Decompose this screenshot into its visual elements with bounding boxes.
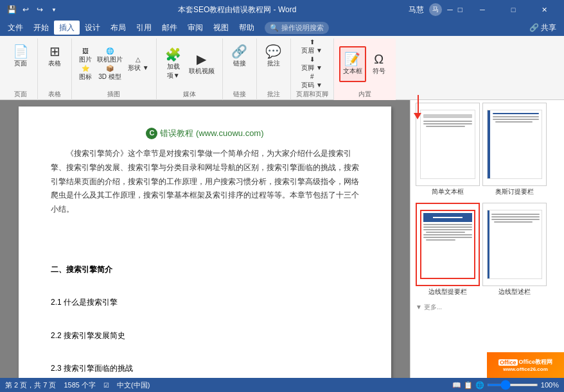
text-frame-button[interactable]: 📝 文本框 — [339, 46, 366, 82]
illustration-buttons: 🖼 图片 ⭐ 图标 🌐 联机图片 📦 3D 模型 — [77, 38, 151, 90]
office-badge-line1: Office教程网 — [519, 358, 553, 366]
online-picture-label: 联机图片 — [97, 55, 123, 64]
sidebar-item-border-summary[interactable]: 边线型提要栏 — [416, 203, 480, 298]
undo-icon[interactable]: ↩ — [19, 3, 32, 16]
layout-icon: 📋 — [464, 381, 473, 389]
border-summary-thumb[interactable] — [416, 203, 480, 286]
menu-review[interactable]: 审阅 — [182, 21, 208, 35]
save-icon[interactable]: 💾 — [5, 3, 18, 16]
office-badge: Office Office教程网 www.office26.com — [487, 352, 564, 378]
office-badge-content: Office Office教程网 www.office26.com — [498, 358, 552, 372]
page-icon: 📄 — [13, 45, 29, 58]
menu-help[interactable]: 帮助 — [234, 21, 260, 35]
menu-insert[interactable]: 插入 — [54, 21, 80, 35]
border-description-thumb[interactable] — [482, 203, 547, 286]
ribbon-group-illustration: 🖼 图片 ⭐ 图标 🌐 联机图片 📦 3D 模型 — [72, 38, 157, 100]
link-group-label: 链接 — [233, 90, 246, 100]
minimize-button[interactable]: ─ — [468, 0, 497, 19]
header-button[interactable]: ⬆ 页眉 ▼ — [299, 38, 324, 55]
footer-button[interactable]: ⬇ 页脚 ▼ — [299, 56, 324, 72]
menu-references[interactable]: 引用 — [131, 21, 157, 35]
ribbon-expand-icon[interactable]: □ — [458, 5, 463, 14]
word-count: 1585 个字 — [64, 380, 96, 390]
austin-summary-thumb[interactable] — [482, 103, 547, 186]
menu-layout[interactable]: 布局 — [105, 21, 131, 35]
paragraph-space6 — [51, 345, 359, 359]
search-label: 操作说明搜索 — [281, 23, 324, 33]
text-frame-label: 文本框 — [343, 67, 362, 76]
picture-button[interactable]: 🖼 图片 — [77, 47, 94, 64]
menu-home[interactable]: 开始 — [28, 21, 54, 35]
view-controls: 📖 📋 🌐 100% — [452, 381, 559, 389]
picture-label: 图片 — [79, 55, 92, 64]
comment-group-label: 批注 — [267, 90, 280, 100]
online-video-icon: ▶ — [197, 53, 206, 65]
icon-icon: ⭐ — [82, 65, 89, 72]
paragraph-space3 — [51, 244, 359, 259]
shapes-label: 形状 ▼ — [128, 64, 149, 72]
comment-button[interactable]: 💬 批注 — [262, 38, 285, 74]
border-description-label: 边线型述栏 — [482, 286, 547, 298]
builtin-group-label: 内置 — [358, 90, 371, 100]
menu-bar: 文件 开始 插入 设计 布局 引用 邮件 审阅 视图 帮助 🔍 操作说明搜索 🔗… — [0, 19, 564, 36]
customize-qat-icon[interactable]: ▼ — [48, 3, 60, 16]
office-badge-line2: www.office26.com — [503, 366, 548, 372]
simple-text-frame-thumb[interactable] — [416, 103, 480, 186]
symbol-button[interactable]: Ω 符号 — [367, 46, 391, 82]
symbol-label: 符号 — [373, 67, 385, 76]
ribbon-minimize-icon[interactable]: ─ — [447, 5, 453, 14]
user-avatar: 马 — [429, 3, 442, 16]
office-badge-title: Office Office教程网 — [498, 358, 552, 366]
online-video-button[interactable]: ▶ 联机视频 — [186, 46, 217, 82]
sidebar-item-austin-summary[interactable]: 奥斯订提要栏 — [482, 103, 547, 198]
sidebar-row-2: 边线型提要栏 边线型述栏 — [410, 200, 564, 300]
close-button[interactable]: ✕ — [529, 0, 559, 19]
border-description-image — [487, 210, 542, 279]
header-col: ⬆ 页眉 ▼ ⬇ 页脚 ▼ # 页码 ▼ — [299, 38, 324, 90]
ribbon-group-comment: 💬 批注 批注 — [257, 38, 291, 100]
window-controls: ─ □ ✕ — [468, 0, 559, 19]
icon-button[interactable]: ⭐ 图标 — [77, 65, 94, 81]
search-box[interactable]: 🔍 操作说明搜索 — [265, 22, 329, 34]
media-buttons: 🧩 加载项▼ ▶ 联机视频 — [162, 38, 217, 90]
proofing-icon: ☑ — [103, 382, 109, 389]
page-number-button[interactable]: # 页码 ▼ — [299, 73, 324, 90]
3d-model-button[interactable]: 📦 3D 模型 — [95, 65, 125, 81]
border-summary-image — [420, 210, 475, 279]
page-button[interactable]: 📄 页面 — [9, 38, 32, 74]
menu-mailings[interactable]: 邮件 — [157, 21, 182, 35]
online-picture-button[interactable]: 🌐 联机图片 — [95, 47, 125, 64]
illustration-group-label: 插图 — [107, 90, 120, 100]
zoom-slider[interactable] — [487, 384, 538, 386]
watermark: C 错误教程 (www.cuowu.com) — [51, 126, 359, 141]
redo-icon[interactable]: ↪ — [33, 3, 46, 16]
link-button[interactable]: 🔗 链接 — [228, 38, 251, 74]
addins-label: 加载项▼ — [167, 62, 180, 80]
table-label: 表格 — [48, 59, 61, 68]
shapes-button[interactable]: △ 形状 ▼ — [126, 56, 151, 72]
illustration-col3: △ 形状 ▼ — [126, 56, 151, 72]
menu-file[interactable]: 文件 — [3, 21, 28, 35]
sidebar-item-border-description[interactable]: 边线型述栏 — [482, 203, 547, 298]
addins-button[interactable]: 🧩 加载项▼ — [162, 46, 185, 82]
heading2: 二、搜索引擎简介 — [51, 263, 359, 277]
title-bar: 💾 ↩ ↪ ▼ 本套SEO教程由错误教程网 - Word 马慧 马 ─ □ ─ … — [0, 0, 564, 19]
simple-text-frame-label: 简单文本框 — [416, 186, 480, 198]
sub3: 2.3 搜索引擎面临的挑战 — [51, 362, 359, 376]
document-page: C 错误教程 (www.cuowu.com) 《搜索引擎简介》这个章节是对搜索引… — [19, 107, 391, 378]
zoom-level: 100% — [541, 381, 559, 389]
table-button[interactable]: ⊞ 表格 — [43, 38, 66, 74]
user-name: 马慧 — [409, 4, 424, 15]
shapes-icon: △ — [136, 56, 141, 63]
sidebar-panel: 简单文本框 奥斯订提要栏 — [410, 100, 564, 378]
menu-view[interactable]: 视图 — [208, 21, 234, 35]
online-picture-icon: 🌐 — [106, 47, 114, 55]
table-group-label: 表格 — [48, 90, 61, 100]
illustration-col2: 🌐 联机图片 📦 3D 模型 — [95, 47, 125, 81]
view-icon: 📖 — [452, 381, 461, 389]
sidebar-item-simple-text-frame[interactable]: 简单文本框 — [416, 103, 480, 198]
maximize-button[interactable]: □ — [498, 0, 528, 19]
picture-icon: 🖼 — [82, 47, 89, 55]
share-button[interactable]: 🔗 共享 — [524, 21, 561, 35]
menu-design[interactable]: 设计 — [80, 21, 105, 35]
